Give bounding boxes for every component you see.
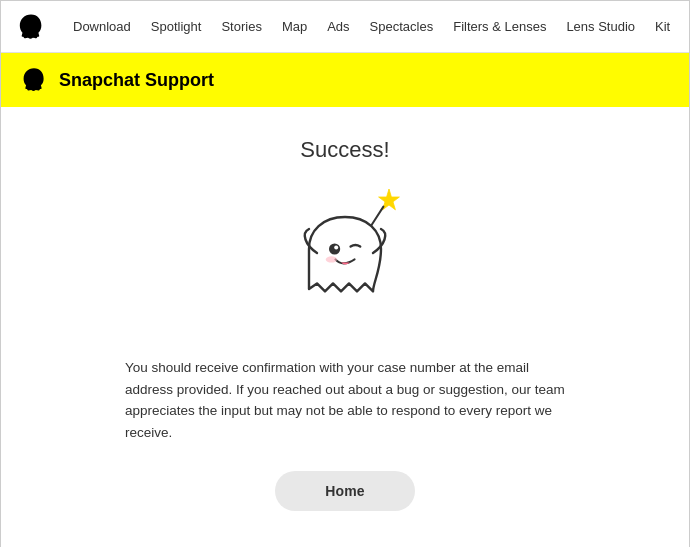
svg-point-2 [329, 243, 340, 254]
svg-point-3 [334, 245, 338, 249]
nav-item-spectacles[interactable]: Spectacles [360, 1, 444, 53]
nav-item-map[interactable]: Map [272, 1, 317, 53]
nav-item-kit[interactable]: Kit [645, 1, 680, 53]
main-content: Success! You shou [1, 107, 689, 547]
snapchat-logo-nav [17, 13, 45, 41]
top-nav: Download Spotlight Stories Map Ads Spect… [1, 1, 689, 53]
support-title: Snapchat Support [59, 70, 214, 91]
svg-marker-0 [379, 189, 400, 210]
svg-point-4 [326, 256, 337, 262]
support-header: Snapchat Support [1, 53, 689, 107]
nav-item-stories[interactable]: Stories [211, 1, 271, 53]
nav-item-ads[interactable]: Ads [317, 1, 359, 53]
nav-items-list: Download Spotlight Stories Map Ads Spect… [63, 1, 690, 53]
nav-item-filters-lenses[interactable]: Filters & Lenses [443, 1, 556, 53]
nav-item-download[interactable]: Download [63, 1, 141, 53]
nav-item-snapcodes[interactable]: Snapcodes [680, 1, 690, 53]
nav-item-spotlight[interactable]: Spotlight [141, 1, 212, 53]
nav-item-lens-studio[interactable]: Lens Studio [556, 1, 645, 53]
success-message: You should receive confirmation with you… [125, 357, 565, 443]
success-title: Success! [300, 137, 389, 163]
snapchat-logo-support [21, 67, 47, 93]
ghost-illustration [265, 173, 425, 333]
home-button[interactable]: Home [275, 471, 415, 511]
